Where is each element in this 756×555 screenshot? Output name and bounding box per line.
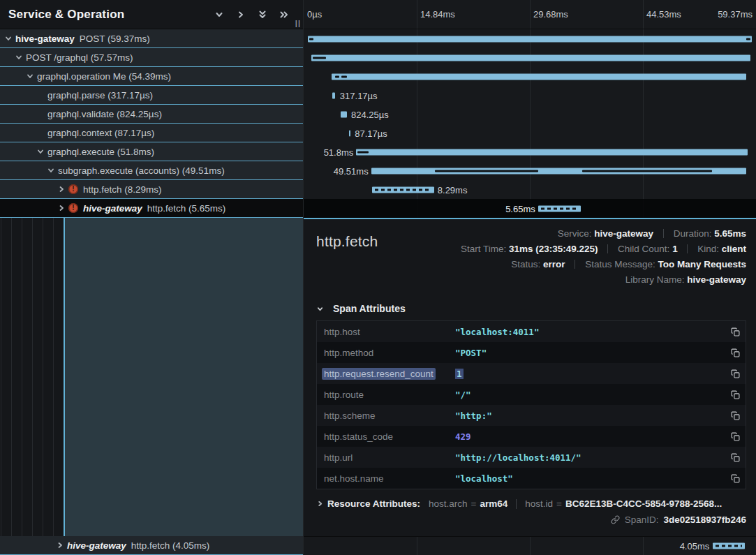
chevron-down-icon[interactable] bbox=[36, 147, 47, 156]
attribute-row: http.status_code 429 bbox=[317, 426, 746, 447]
span-self-time-mark bbox=[582, 170, 713, 172]
resource-attributes-title: Resource Attributes: bbox=[327, 498, 420, 509]
span-bar[interactable] bbox=[713, 543, 745, 549]
waterfall-row[interactable]: 49.51ms bbox=[304, 161, 756, 180]
tree-row-http-fetch-5ms-selected[interactable]: hive-gateway http.fetch (5.65ms) bbox=[0, 199, 303, 218]
link-icon[interactable] bbox=[611, 515, 620, 524]
span-operation-label: subgraph.execute (accounts) (49.51ms) bbox=[58, 165, 225, 176]
waterfall-row[interactable]: 87.17µs bbox=[304, 124, 756, 142]
attribute-row-selected: http.request.resend_count 1 bbox=[317, 363, 746, 384]
attribute-value[interactable]: "localhost:4011" bbox=[455, 327, 722, 337]
attribute-key[interactable]: http.request.resend_count bbox=[324, 369, 455, 379]
tree-row-graphql-parse[interactable]: graphql.parse (317.17µs) bbox=[0, 86, 303, 105]
tree-row-graphql-validate[interactable]: graphql.validate (824.25µs) bbox=[0, 105, 303, 124]
attribute-key[interactable]: http.host bbox=[324, 327, 455, 337]
attribute-value[interactable]: 429 bbox=[455, 431, 722, 442]
collapse-all-button[interactable] bbox=[258, 10, 267, 20]
span-bar[interactable] bbox=[308, 36, 752, 42]
waterfall-row[interactable] bbox=[304, 48, 756, 67]
tree-row-http-fetch-8ms[interactable]: http.fetch (8.29ms) bbox=[0, 180, 303, 199]
span-self-time-mark bbox=[746, 38, 750, 40]
collapse-one-level-button[interactable] bbox=[214, 10, 224, 20]
chevron-right-icon[interactable] bbox=[56, 541, 67, 549]
tree-row-graphql-execute[interactable]: graphql.execute (51.8ms) bbox=[0, 142, 303, 161]
panel-resize-handle[interactable]: || bbox=[295, 19, 301, 27]
chevron-down-icon[interactable] bbox=[15, 53, 26, 61]
waterfall-row-selected[interactable]: 5.65ms bbox=[304, 199, 756, 218]
attribute-value[interactable]: "POST" bbox=[455, 348, 722, 358]
tree-row-http-fetch-4ms[interactable]: hive-gateway http.fetch (4.05ms) bbox=[0, 536, 303, 555]
span-id-row: SpanID: 3de02518937fb246 bbox=[316, 515, 746, 525]
waterfall-row[interactable]: 51.8ms bbox=[304, 142, 756, 161]
waterfall-row[interactable] bbox=[304, 67, 756, 86]
span-self-time-mark bbox=[341, 75, 346, 77]
span-bar[interactable] bbox=[356, 149, 748, 155]
expand-all-button[interactable] bbox=[279, 10, 289, 20]
chevron-down-icon[interactable] bbox=[4, 34, 15, 43]
span-bar[interactable] bbox=[332, 73, 746, 80]
span-detail-title: http.fetch bbox=[316, 226, 378, 250]
meta-value: 5.65ms bbox=[714, 228, 746, 239]
tree-row-post-graphql[interactable]: POST /graphql (57.57ms) bbox=[0, 48, 303, 67]
span-bar[interactable] bbox=[538, 205, 581, 212]
attribute-key[interactable]: http.url bbox=[324, 452, 455, 463]
meta-separator bbox=[687, 244, 688, 253]
tree-row-graphql-context[interactable]: graphql.context (87.17µs) bbox=[0, 124, 303, 142]
meta-label: Status: bbox=[511, 259, 540, 269]
span-id-value: 3de02518937fb246 bbox=[663, 515, 746, 525]
resource-attributes-row[interactable]: Resource Attributes: host.arch = arm64 h… bbox=[316, 498, 746, 509]
span-bar[interactable] bbox=[341, 111, 347, 117]
error-icon bbox=[68, 184, 78, 194]
indent-guide bbox=[53, 218, 54, 536]
copy-icon[interactable] bbox=[722, 348, 740, 358]
attribute-value[interactable]: "/" bbox=[455, 390, 722, 400]
copy-icon[interactable] bbox=[722, 410, 740, 421]
waterfall-row[interactable]: 8.29ms bbox=[304, 180, 756, 199]
span-operation-label: graphql.validate (824.25µs) bbox=[47, 109, 162, 119]
ruler-tick: 44.53ms bbox=[646, 9, 681, 20]
attribute-key[interactable]: http.scheme bbox=[324, 410, 455, 421]
expand-one-level-button[interactable] bbox=[236, 10, 246, 20]
waterfall-row[interactable]: 824.25µs bbox=[304, 105, 756, 124]
span-bar[interactable] bbox=[311, 54, 750, 61]
chevron-right-icon[interactable] bbox=[57, 204, 68, 212]
waterfall-row[interactable] bbox=[304, 29, 756, 48]
tree-header: Service & Operation || bbox=[0, 0, 303, 29]
attribute-value[interactable]: 1 bbox=[455, 369, 722, 379]
span-bar[interactable] bbox=[349, 130, 350, 136]
span-duration-label: 87.17µs bbox=[355, 128, 387, 138]
span-duration-label: 51.8ms bbox=[324, 147, 354, 157]
chevron-down-icon[interactable] bbox=[26, 72, 37, 80]
meta-value: error bbox=[543, 259, 565, 269]
chevron-right-icon[interactable] bbox=[57, 185, 68, 193]
tree-row-graphql-operation[interactable]: graphql.operation Me (54.39ms) bbox=[0, 67, 303, 86]
span-self-time-mark bbox=[313, 57, 326, 59]
copy-icon[interactable] bbox=[722, 431, 740, 442]
waterfall-row[interactable]: 4.05ms bbox=[304, 537, 756, 555]
attribute-key[interactable]: http.route bbox=[324, 390, 455, 400]
copy-icon[interactable] bbox=[722, 327, 740, 337]
span-duration-label: 317.17µs bbox=[340, 90, 378, 101]
attribute-value[interactable]: "localhost" bbox=[455, 473, 722, 484]
meta-value: 1 bbox=[672, 244, 678, 254]
attribute-value[interactable]: "http://localhost:4011/" bbox=[455, 452, 722, 463]
tree-row-subgraph-execute[interactable]: subgraph.execute (accounts) (49.51ms) bbox=[0, 161, 303, 180]
attribute-key[interactable]: http.status_code bbox=[324, 431, 455, 442]
copy-icon[interactable] bbox=[722, 473, 740, 484]
ruler-tick: 14.84ms bbox=[420, 9, 455, 20]
waterfall-row[interactable]: 317.17µs bbox=[304, 86, 756, 105]
span-bar[interactable] bbox=[372, 186, 434, 193]
chevron-right-icon bbox=[316, 500, 327, 508]
chevron-down-icon[interactable] bbox=[47, 166, 58, 175]
attribute-key[interactable]: http.method bbox=[324, 348, 455, 358]
span-operation-label: graphql.parse (317.17µs) bbox=[47, 90, 153, 101]
attribute-value[interactable]: "http:" bbox=[455, 410, 722, 421]
copy-icon[interactable] bbox=[722, 390, 740, 400]
span-bar[interactable] bbox=[332, 92, 335, 98]
timeline-ruler: 0µs 14.84ms 29.68ms 44.53ms 59.37ms bbox=[304, 0, 756, 29]
span-attributes-toggle[interactable]: Span Attributes bbox=[316, 303, 746, 314]
attribute-key[interactable]: net.host.name bbox=[324, 473, 455, 484]
tree-row-hive-gateway-post[interactable]: hive-gateway POST (59.37ms) bbox=[0, 29, 303, 48]
copy-icon[interactable] bbox=[722, 369, 740, 379]
copy-icon[interactable] bbox=[722, 452, 740, 463]
